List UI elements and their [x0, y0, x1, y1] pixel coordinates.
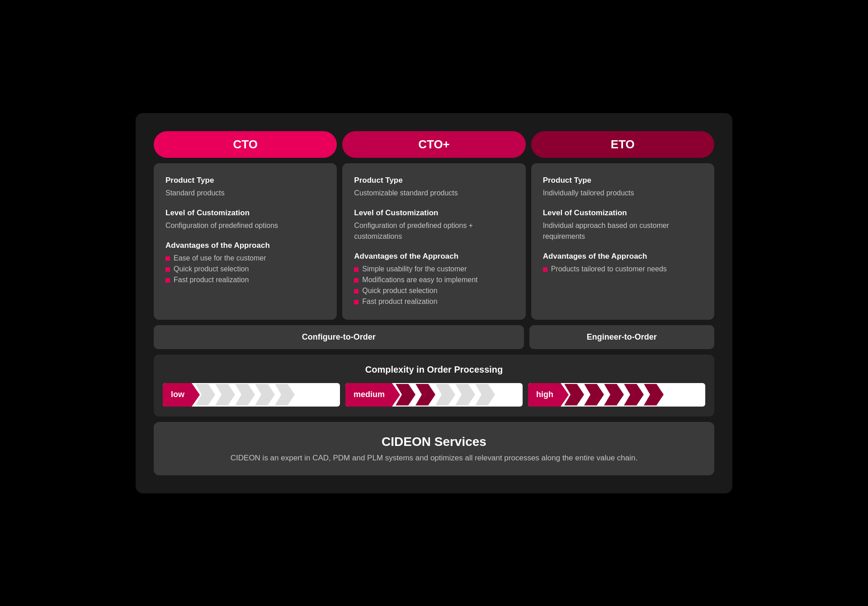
- eto-header: ETO: [531, 131, 714, 158]
- cto-plus-advantages-label: Advantages of the Approach: [354, 252, 514, 261]
- eto-advantages-section: Advantages of the Approach Products tail…: [543, 252, 703, 275]
- cto-customization-label: Level of Customization: [165, 208, 325, 218]
- eto-customization-section: Level of Customization Individual approa…: [543, 208, 703, 242]
- high-fill: [561, 383, 705, 407]
- main-container: CTO CTO+ ETO Product Type Standard produ…: [136, 113, 732, 493]
- cto-plus-product-type-value: Customizable standard products: [354, 188, 514, 199]
- chevron-icon: [604, 384, 624, 406]
- eto-product-type-value: Individually tailored products: [543, 188, 703, 199]
- complexity-title: Complexity in Order Processing: [163, 365, 705, 375]
- list-item: Fast product realization: [165, 275, 325, 285]
- list-item: Quick product selection: [354, 285, 514, 296]
- eto-card: Product Type Individually tailored produ…: [531, 163, 714, 320]
- cto-customization-value: Configuration of predefined options: [165, 220, 325, 231]
- cto-header: CTO: [154, 131, 337, 158]
- eto-label: ETO: [611, 137, 635, 151]
- list-item: Products tailored to customer needs: [543, 264, 703, 275]
- list-item: Simple usability for the customer: [354, 264, 514, 275]
- cto-advantages-label: Advantages of the Approach: [165, 241, 325, 250]
- chevron-icon: [415, 384, 435, 406]
- cto-plus-customization-section: Level of Customization Configuration of …: [354, 208, 514, 242]
- chevron-icon: [235, 384, 255, 406]
- cto-card: Product Type Standard products Level of …: [154, 163, 337, 320]
- low-label: low: [163, 383, 192, 407]
- eto-product-type-label: Product Type: [543, 176, 703, 185]
- chevron-icon: [455, 384, 475, 406]
- bullet-icon: [354, 267, 359, 272]
- list-item: Quick product selection: [165, 264, 325, 275]
- cto-label: CTO: [233, 137, 257, 151]
- bullet-icon: [165, 267, 170, 272]
- eto-product-type-section: Product Type Individually tailored produ…: [543, 176, 703, 199]
- chevron-icon: [435, 384, 455, 406]
- cto-advantages-list: Ease of use for the customer Quick produ…: [165, 253, 325, 285]
- cto-customization-section: Level of Customization Configuration of …: [165, 208, 325, 231]
- cto-plus-header: CTO+: [342, 131, 525, 158]
- list-item: Ease of use for the customer: [165, 253, 325, 264]
- cto-product-type-value: Standard products: [165, 188, 325, 199]
- cards-row: Product Type Standard products Level of …: [154, 163, 714, 320]
- chevron-icon: [644, 384, 664, 406]
- cto-plus-label: CTO+: [418, 137, 450, 151]
- bullet-icon: [354, 300, 359, 304]
- bullet-icon: [165, 256, 170, 261]
- cto-plus-customization-value: Configuration of predefined options + cu…: [354, 220, 514, 242]
- cto-plus-advantages-section: Advantages of the Approach Simple usabil…: [354, 252, 514, 307]
- chevron-icon: [215, 384, 235, 406]
- bullet-icon: [165, 278, 170, 283]
- order-label-row: Configure-to-Order Engineer-to-Order: [154, 325, 714, 349]
- cto-advantages-section: Advantages of the Approach Ease of use f…: [165, 241, 325, 285]
- medium-bar: medium: [345, 383, 523, 407]
- cto-plus-card: Product Type Customizable standard produ…: [342, 163, 525, 320]
- list-item: Modifications are easy to implement: [354, 275, 514, 285]
- bullet-icon: [354, 289, 359, 294]
- high-bar: high: [528, 383, 705, 407]
- chevron-icon: [584, 384, 604, 406]
- cto-product-type-label: Product Type: [165, 176, 325, 185]
- cideon-description: CIDEON is an expert in CAD, PDM and PLM …: [163, 454, 705, 463]
- eto-advantages-list: Products tailored to customer needs: [543, 264, 703, 275]
- cto-product-type-section: Product Type Standard products: [165, 176, 325, 199]
- complexity-bars: low medium: [163, 383, 705, 407]
- eto-customization-label: Level of Customization: [543, 208, 703, 218]
- eto-customization-value: Individual approach based on customer re…: [543, 220, 703, 242]
- complexity-section: Complexity in Order Processing low med: [154, 355, 714, 417]
- eto-advantages-label: Advantages of the Approach: [543, 252, 703, 261]
- bullet-icon: [354, 278, 359, 283]
- medium-fill: [392, 383, 523, 407]
- cto-plus-customization-label: Level of Customization: [354, 208, 514, 218]
- cto-plus-product-type-label: Product Type: [354, 176, 514, 185]
- chevron-icon: [255, 384, 275, 406]
- list-item: Fast product realization: [354, 296, 514, 307]
- medium-label: medium: [345, 383, 392, 407]
- chevron-icon: [624, 384, 644, 406]
- cto-plus-product-type-section: Product Type Customizable standard produ…: [354, 176, 514, 199]
- engineer-to-order-label: Engineer-to-Order: [529, 325, 714, 349]
- chevron-icon: [475, 384, 495, 406]
- cideon-title: CIDEON Services: [163, 435, 705, 449]
- bullet-icon: [543, 267, 547, 272]
- low-fill: [192, 383, 340, 407]
- cideon-section: CIDEON Services CIDEON is an expert in C…: [154, 422, 714, 475]
- cto-plus-advantages-list: Simple usability for the customer Modifi…: [354, 264, 514, 307]
- low-bar: low: [163, 383, 340, 407]
- high-label: high: [528, 383, 561, 407]
- header-row: CTO CTO+ ETO: [154, 131, 714, 158]
- chevron-icon: [275, 384, 295, 406]
- configure-to-order-label: Configure-to-Order: [154, 325, 524, 349]
